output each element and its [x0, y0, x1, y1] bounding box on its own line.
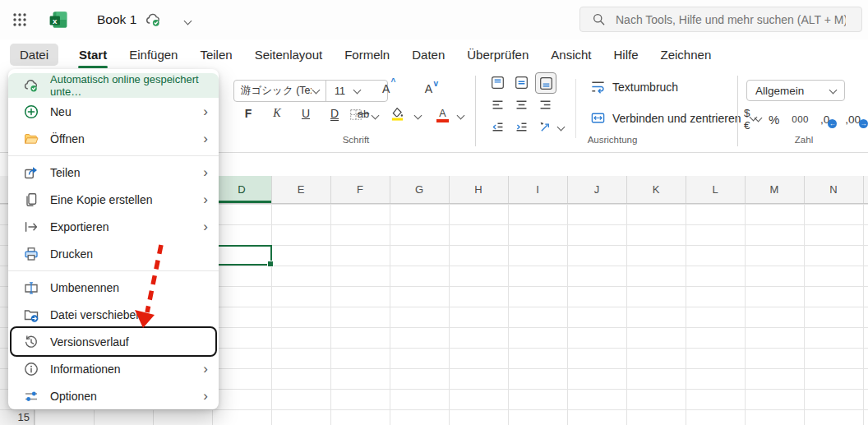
alignment-group-label: Ausrichtung: [588, 135, 638, 145]
fill-color-chevron-icon[interactable]: [414, 112, 422, 120]
align-bottom-icon: [539, 76, 553, 90]
font-color-chevron-icon[interactable]: [457, 112, 465, 120]
format-button-u[interactable]: U: [295, 105, 316, 122]
thousands-format-button[interactable]: 000: [792, 114, 809, 124]
menu-item-eine-kopie-erstellen[interactable]: Eine Kopie erstellen›: [8, 186, 219, 213]
menu-item-informationen[interactable]: Informationen›: [8, 355, 219, 382]
search-icon: [592, 12, 606, 26]
orientation-chevron-icon[interactable]: [557, 123, 566, 132]
tab-überprüfen[interactable]: Überprüfen: [465, 44, 530, 66]
menu-item-label: Teilen: [50, 166, 81, 179]
menu-divider: [8, 267, 219, 274]
percent-format-button[interactable]: %: [769, 113, 779, 127]
title-chevron-down-icon[interactable]: [185, 12, 191, 27]
tab-teilen[interactable]: Teilen: [198, 44, 233, 66]
font-name-chevron-icon[interactable]: [312, 86, 321, 95]
column-header-g[interactable]: G: [390, 176, 450, 203]
fill-color-icon[interactable]: [390, 106, 405, 122]
font-group-label: Schrift: [343, 135, 370, 145]
menu-item-teilen[interactable]: Teilen›: [8, 159, 219, 186]
format-button-k[interactable]: K: [266, 105, 288, 122]
ribbon-tab-strip: DateiStartEinfügenTeilenSeitenlayoutForm…: [0, 39, 868, 69]
tab-einfügen[interactable]: Einfügen: [127, 44, 179, 66]
history-icon: [23, 334, 39, 350]
tab-datei[interactable]: Datei: [10, 44, 58, 66]
decrease-decimal-button[interactable]: ,0←: [820, 113, 837, 126]
svg-text:x: x: [53, 16, 58, 25]
font-color-button[interactable]: A: [434, 107, 451, 124]
align-center-button[interactable]: [511, 95, 531, 114]
increase-decimal-button[interactable]: ,00→: [845, 113, 868, 126]
font-name-select[interactable]: 游ゴシック (Text...: [234, 84, 312, 98]
tab-ansicht[interactable]: Ansicht: [549, 44, 593, 66]
increase-indent-button[interactable]: [511, 117, 531, 136]
menu-item-umbenennen[interactable]: Umbenennen: [8, 274, 219, 301]
align-bottom-button[interactable]: [535, 72, 556, 94]
app-launcher-icon[interactable]: [12, 12, 27, 27]
column-header-j[interactable]: J: [567, 176, 627, 203]
column-header-d[interactable]: D: [212, 176, 272, 203]
tab-formeln[interactable]: Formeln: [343, 44, 391, 66]
workbook-title[interactable]: Book 1: [97, 12, 136, 27]
printer-icon: [23, 246, 39, 262]
wrap-text-button[interactable]: Textumbruch: [590, 79, 678, 95]
align-top-icon: [491, 76, 505, 90]
excel-logo-icon[interactable]: x: [48, 9, 69, 30]
menu-item-label: Eine Kopie erstellen: [50, 193, 153, 206]
menu-item-label: Informationen: [50, 363, 121, 376]
decrease-indent-button[interactable]: [487, 117, 507, 136]
column-header-f[interactable]: F: [330, 176, 390, 203]
menu-item-autosave-status[interactable]: Automatisch online gespeichert unte…: [8, 73, 219, 98]
menu-item-exportieren[interactable]: Exportieren›: [8, 213, 219, 240]
align-left-icon: [491, 98, 505, 112]
merge-center-icon: [590, 110, 606, 126]
menu-item-neu[interactable]: Neu›: [8, 98, 219, 125]
menu-item-label: Umbenennen: [50, 281, 119, 294]
column-header-n[interactable]: N: [804, 176, 864, 203]
tab-seitenlayout[interactable]: Seitenlayout: [253, 44, 325, 66]
column-header-l[interactable]: L: [686, 176, 746, 203]
column-header-k[interactable]: K: [626, 176, 686, 203]
menu-item-optionen[interactable]: Optionen›: [8, 382, 219, 409]
tab-daten[interactable]: Daten: [410, 44, 446, 66]
merge-center-button[interactable]: Verbinden und zentrieren: [590, 110, 756, 126]
text-orientation-button[interactable]: [535, 117, 555, 136]
column-header-i[interactable]: I: [508, 176, 568, 203]
menu-item-öffnen[interactable]: Öffnen›: [8, 125, 219, 152]
number-format-select[interactable]: Allgemein: [746, 80, 845, 101]
align-top-button[interactable]: [487, 72, 507, 92]
shrink-font-button[interactable]: Av: [422, 81, 436, 97]
currency-format-button[interactable]: $€: [744, 107, 751, 132]
saved-cloud-icon: [145, 12, 162, 29]
font-size-chevron-icon[interactable]: [353, 86, 362, 95]
align-left-button[interactable]: [487, 95, 507, 114]
column-header-m[interactable]: M: [745, 176, 805, 203]
search-field[interactable]: [614, 12, 847, 27]
menu-item-drucken[interactable]: Drucken: [8, 240, 219, 267]
number-format-chevron-icon: [829, 85, 838, 94]
increase-indent-icon: [515, 120, 529, 134]
row-header-15[interactable]: 15: [0, 411, 30, 423]
tab-start[interactable]: Start: [77, 44, 108, 66]
decrease-indent-icon: [491, 120, 505, 134]
font-controls: 游ゴシック (Text... 11: [233, 80, 388, 102]
align-middle-button[interactable]: [511, 72, 531, 92]
tab-hilfe[interactable]: Hilfe: [612, 44, 640, 66]
menu-item-datei-verschieben[interactable]: Datei verschieben: [8, 301, 219, 328]
align-right-button[interactable]: [535, 95, 555, 114]
borders-icon[interactable]: [349, 107, 363, 122]
tab-zeichnen[interactable]: Zeichnen: [659, 44, 713, 66]
menu-divider: [8, 152, 219, 159]
active-cell[interactable]: [212, 245, 272, 266]
menu-item-versionsverlauf[interactable]: Versionsverlauf: [12, 328, 215, 355]
grow-font-button[interactable]: A^: [379, 81, 393, 97]
format-button-f[interactable]: F: [238, 105, 259, 122]
format-button-d[interactable]: D: [324, 105, 345, 122]
search-input[interactable]: [579, 7, 862, 32]
options-icon: [23, 388, 39, 404]
column-header-e[interactable]: E: [271, 176, 331, 203]
column-header-h[interactable]: H: [449, 176, 509, 203]
menu-item-label: Versionsverlauf: [50, 335, 129, 349]
currency-chevron-icon[interactable]: [754, 113, 762, 122]
font-size-select[interactable]: 11: [326, 85, 354, 97]
